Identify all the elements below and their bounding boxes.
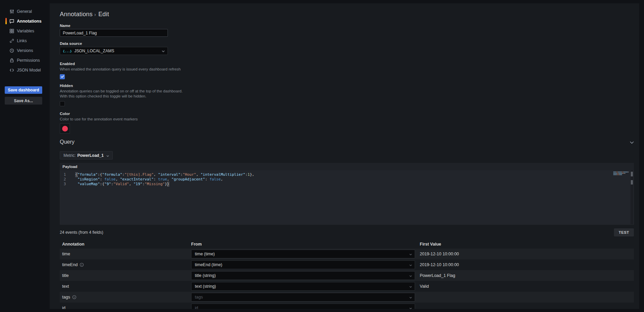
sidebar-item-variables[interactable]: Variables bbox=[0, 26, 50, 36]
column-header-annotation: Annotation bbox=[60, 242, 191, 247]
link-icon bbox=[9, 38, 14, 43]
name-field-group: Name bbox=[60, 24, 634, 37]
from-select-title[interactable]: title (string) bbox=[191, 271, 415, 280]
column-header-from: From bbox=[191, 242, 420, 247]
sidebar-item-label: General bbox=[17, 9, 32, 14]
chevron-down-icon bbox=[409, 284, 412, 289]
first-value: PowerLoad_1 Flag bbox=[420, 273, 634, 278]
sidebar-item-links[interactable]: Links bbox=[0, 36, 50, 46]
color-picker[interactable] bbox=[60, 123, 70, 134]
from-value: timeEnd (time) bbox=[195, 262, 222, 267]
row-label: title bbox=[62, 273, 69, 278]
color-description: Color to use for the annotation event ma… bbox=[60, 117, 183, 122]
enabled-checkbox[interactable] bbox=[60, 74, 65, 79]
payload-label: Payload bbox=[62, 165, 77, 169]
chevron-down-icon bbox=[409, 262, 412, 267]
save-dashboard-button[interactable]: Save dashboard bbox=[5, 86, 42, 94]
name-label: Name bbox=[60, 24, 634, 28]
history-icon bbox=[9, 48, 14, 53]
test-button[interactable]: TEST bbox=[614, 228, 634, 236]
chevron-down-icon[interactable] bbox=[630, 139, 634, 145]
chevron-down-icon bbox=[162, 49, 165, 53]
name-input[interactable] bbox=[60, 29, 168, 37]
from-value: text (string) bbox=[195, 284, 216, 289]
breadcrumb-root[interactable]: Annotations bbox=[60, 11, 93, 18]
from-select-text[interactable]: text (string) bbox=[191, 282, 415, 291]
comment-icon bbox=[9, 19, 14, 24]
lock-icon bbox=[9, 58, 14, 63]
enabled-field-group: Enabled When enabled the annotation quer… bbox=[60, 62, 634, 79]
events-summary: 24 events (from 4 fields) bbox=[60, 230, 103, 235]
app-root: General Annotations Variables bbox=[0, 0, 644, 312]
sidebar-item-label: Permissions bbox=[17, 58, 40, 63]
from-value: time (time) bbox=[195, 252, 215, 256]
table-row-title: title title (string) PowerLoad_1 Flag bbox=[60, 270, 634, 281]
scrollbar-thumb[interactable] bbox=[631, 172, 633, 176]
sidebar-item-label: Links bbox=[17, 38, 27, 43]
enabled-label: Enabled bbox=[60, 62, 634, 66]
editor-scrollbar[interactable] bbox=[630, 170, 633, 224]
sidebar-item-versions[interactable]: Versions bbox=[0, 46, 50, 55]
grid-icon bbox=[9, 28, 14, 33]
breadcrumb-current: Edit bbox=[98, 11, 109, 18]
json-datasource-icon: {...} bbox=[63, 49, 72, 53]
color-label: Color bbox=[60, 112, 634, 116]
hidden-description: Annotation queries can be toggled on or … bbox=[60, 89, 183, 99]
first-value: 2019-12-10 10:00:00 bbox=[420, 252, 634, 256]
chevron-down-icon bbox=[409, 273, 412, 278]
annotation-color-dot bbox=[62, 126, 68, 132]
settings-sidebar: General Annotations Variables bbox=[0, 0, 50, 312]
sidebar-item-general[interactable]: General bbox=[0, 6, 50, 16]
first-value: 2019-12-10 10:00:00 bbox=[420, 262, 634, 267]
sidebar-item-json-model[interactable]: JSON Model bbox=[0, 65, 50, 75]
code-brackets-icon bbox=[9, 67, 14, 73]
datasource-field-group: Data source {...} JSON_LOCAL_ZAMS bbox=[60, 41, 634, 55]
sidebar-item-label: Versions bbox=[17, 48, 33, 53]
color-field-group: Color Color to use for the annotation ev… bbox=[60, 112, 634, 134]
save-as-button[interactable]: Save As... bbox=[5, 97, 42, 105]
from-select-timeend[interactable]: timeEnd (time) bbox=[191, 260, 415, 269]
table-row-time: time time (time) 2019-12-10 10:00:00 bbox=[60, 249, 634, 259]
table-row-id: id id bbox=[60, 303, 634, 309]
sidebar-item-label: Variables bbox=[17, 29, 34, 33]
from-select-id[interactable]: id bbox=[191, 304, 415, 309]
from-select-time[interactable]: time (time) bbox=[191, 250, 415, 258]
from-select-tags[interactable]: tags bbox=[191, 293, 415, 302]
query-section-title: Query bbox=[60, 139, 75, 145]
hidden-field-group: Hidden Annotation queries can be toggled… bbox=[60, 84, 634, 106]
hidden-checkbox[interactable] bbox=[60, 101, 65, 106]
row-label: time bbox=[62, 252, 70, 256]
datasource-label: Data source bbox=[60, 41, 634, 46]
query-section-header[interactable]: Query bbox=[60, 139, 634, 145]
info-icon[interactable] bbox=[72, 295, 76, 299]
from-value: title (string) bbox=[195, 273, 216, 278]
chevron-down-icon bbox=[409, 295, 412, 300]
editor-minimap bbox=[613, 172, 629, 176]
datasource-select[interactable]: {...} JSON_LOCAL_ZAMS bbox=[60, 47, 168, 55]
row-label: tags bbox=[62, 295, 70, 300]
chevron-down-icon bbox=[106, 153, 109, 158]
sidebar-item-annotations[interactable]: Annotations bbox=[0, 16, 50, 26]
payload-editor[interactable]: 1{"formula":{"formula":"[this].Flag", "i… bbox=[60, 170, 634, 225]
payload-label-bar: Payload bbox=[60, 163, 634, 170]
metric-value: PowerLoad_1 bbox=[77, 153, 104, 158]
breadcrumb-separator: › bbox=[94, 12, 96, 17]
sidebar-item-label: Annotations bbox=[17, 19, 42, 24]
chevron-down-icon bbox=[409, 252, 412, 256]
sliders-icon bbox=[9, 9, 14, 14]
metric-label: Metric: bbox=[63, 153, 76, 158]
breadcrumb: Annotations›Edit bbox=[60, 11, 634, 18]
payload-code[interactable]: 1{"formula":{"formula":"[this].Flag", "i… bbox=[60, 172, 634, 187]
first-value: Valid bbox=[420, 284, 634, 289]
datasource-value: JSON_LOCAL_ZAMS bbox=[74, 49, 114, 53]
chevron-down-icon bbox=[409, 306, 412, 309]
row-label: text bbox=[62, 284, 69, 289]
table-row-text: text text (string) Valid bbox=[60, 281, 634, 292]
scrollbar-thumb[interactable] bbox=[631, 180, 633, 185]
metric-select[interactable]: Metric: PowerLoad_1 bbox=[60, 151, 113, 160]
sidebar-item-permissions[interactable]: Permissions bbox=[0, 55, 50, 65]
sidebar-actions: Save dashboard Save As... bbox=[0, 86, 50, 105]
results-row: 24 events (from 4 fields) TEST bbox=[60, 228, 634, 236]
info-icon[interactable] bbox=[80, 263, 84, 267]
from-placeholder: id bbox=[195, 306, 198, 309]
